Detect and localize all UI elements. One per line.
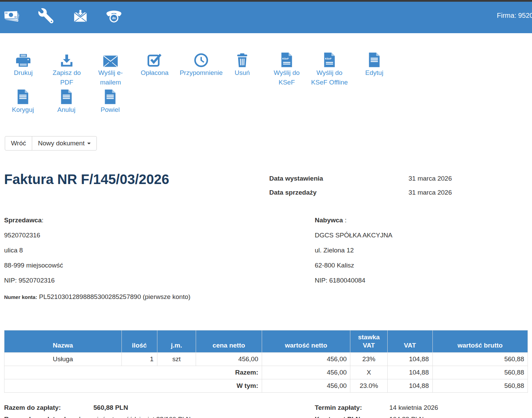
document-icon — [368, 51, 380, 67]
toolbar-button-przypomnienie[interactable]: Przypomnienie — [174, 51, 229, 78]
total-due-label: Razem do zapłaty: — [4, 403, 93, 412]
total-words-label: Razem do zapłaty słownie: — [4, 415, 93, 418]
col-stawka-vat: stawka VAT — [350, 330, 388, 353]
download-icon — [60, 51, 74, 67]
document-icon — [17, 88, 29, 104]
breakdown-label: W tym: — [4, 379, 262, 393]
toolbar-button-oplacona[interactable]: Opłacona — [132, 51, 177, 78]
breakdown-wartosc-netto: 456,00 — [262, 379, 350, 393]
toolbar-label: Wyślij do KSeF — [268, 68, 306, 87]
svg-text:KSeF: KSeF — [325, 57, 332, 60]
trash-icon — [236, 51, 248, 67]
document-icon — [60, 88, 73, 104]
svg-text:50: 50 — [14, 16, 17, 18]
item-wartosc-brutto: 560,88 — [432, 353, 528, 366]
total-row: Razem: 456,00 X 104,88 560,88 — [4, 366, 528, 379]
total-vat: 104,88 — [387, 366, 432, 379]
total-label: Razem: — [4, 366, 262, 379]
issue-date-label: Data wystawienia — [269, 174, 408, 183]
buyer-nip: NIP: 6180040084 — [315, 276, 527, 285]
firma-label: Firma: 9520 — [497, 12, 532, 19]
toolbar-label: Usuń — [235, 68, 250, 78]
toolbar-label: Zapisz do PDF — [48, 68, 86, 87]
toolbar-button-anuluj[interactable]: Anuluj — [48, 88, 85, 115]
toolbar-button-drukuj[interactable]: Drukuj — [3, 51, 44, 78]
printer-icon — [15, 51, 31, 67]
buyer-label: Nabywca : — [315, 216, 527, 225]
toolbar-label: Wyślij e-mailem — [92, 68, 129, 87]
sale-date-label: Data sprzedaży — [269, 188, 408, 197]
toolbar-button-wyslij-do-ksef[interactable]: KSeF Wyślij do KSeF — [268, 51, 306, 87]
due-date-row: Termin zapłaty: 14 kwietnia 2026 — [315, 403, 438, 412]
toolbar-label: Koryguj — [12, 105, 34, 115]
total-due-row: Razem do zapłaty: 560,88 PLN — [4, 403, 128, 412]
toolbar-button-koryguj[interactable]: Koryguj — [4, 88, 42, 115]
due-date-value: 14 kwietnia 2026 — [389, 403, 438, 412]
caret-down-icon — [87, 143, 91, 144]
seller-city: 88-999 miejsocowść — [4, 261, 203, 270]
check-square-icon — [147, 51, 162, 67]
col-jm: j.m. — [157, 330, 196, 353]
breakdown-stawka-vat: 23.0% — [350, 379, 388, 393]
back-button[interactable]: Wróć — [5, 136, 32, 151]
toolbar-button-usun[interactable]: Usuń — [225, 51, 259, 78]
buyer-street: ul. Zielona 12 — [315, 246, 527, 255]
item-vat: 104,88 — [387, 353, 432, 366]
toolbar-button-edytuj[interactable]: Edytuj — [357, 51, 391, 78]
item-ilosc: 1 — [121, 353, 157, 366]
breakdown-vat: 104,88 — [387, 379, 432, 393]
items-table: Nazwa ilość j.m. cena netto wartość nett… — [4, 330, 528, 393]
new-document-label: Nowy dokument — [38, 140, 85, 147]
total-words-value: pięćset sześćdziesiąt 88/100 PLN — [93, 415, 191, 418]
document-icon — [104, 88, 116, 104]
col-nazwa: Nazwa — [4, 330, 122, 353]
toolbar-button-wyslij-emailem[interactable]: Wyślij e-mailem — [92, 51, 129, 87]
toolbar-label: Drukuj — [14, 68, 33, 78]
buyer-name: DGCS SPÓŁKA AKCYJNA — [315, 231, 527, 240]
col-ilosc: ilość — [121, 330, 157, 353]
total-wartosc-netto: 456,00 — [262, 366, 350, 379]
ksef-file-icon: KSeF — [281, 51, 293, 67]
item-nazwa: Usługa — [4, 353, 122, 366]
seller-section: Sprzedawca: 9520702316 ulica 8 88-999 mi… — [4, 216, 203, 303]
phone-dn-icon[interactable]: dn — [105, 9, 122, 23]
banknotes-icon[interactable]: 50 50 — [3, 8, 21, 23]
item-row: Usługa 1 szt 456,00 456,00 23% 104,88 56… — [4, 353, 528, 366]
toolbar-button-powiel[interactable]: Powiel — [91, 88, 129, 115]
issue-date-row: Data wystawienia 31 marca 2026 — [269, 174, 529, 183]
item-cena-netto: 456,00 — [196, 353, 262, 366]
sale-date-value: 31 marca 2026 — [408, 188, 452, 197]
mail-download-icon[interactable] — [73, 9, 88, 23]
toolbar-label: Opłacona — [141, 68, 168, 78]
table-header-row: Nazwa ilość j.m. cena netto wartość nett… — [4, 330, 528, 353]
seller-street: ulica 8 — [4, 246, 203, 255]
col-wartosc-netto: wartość netto — [262, 330, 350, 353]
clock-icon — [194, 51, 208, 67]
item-wartosc-netto: 456,00 — [262, 353, 350, 366]
col-cena-netto: cena netto — [196, 330, 262, 353]
top-strip — [0, 0, 532, 2]
seller-nip: NIP: 9520702316 — [4, 276, 203, 285]
total-words-row: Razem do zapłaty słownie: pięćset sześćd… — [4, 415, 191, 418]
toolbar-button-zapisz-do-pdf[interactable]: Zapisz do PDF — [48, 51, 86, 87]
bank-account-label: Numer konta: — [4, 294, 37, 300]
svg-text:50: 50 — [5, 12, 8, 14]
item-stawka-vat: 23% — [350, 353, 388, 366]
wrench-icon[interactable] — [38, 8, 53, 23]
sale-date-row: Data sprzedaży 31 marca 2026 — [269, 188, 529, 197]
vat-amount-label: Kwota vat PLN: — [315, 415, 389, 418]
seller-label: Sprzedawca: — [4, 216, 203, 225]
toolbar-label: Edytuj — [365, 68, 384, 78]
issue-date-value: 31 marca 2026 — [408, 174, 452, 183]
ksef-file-icon: KSeF — [323, 51, 336, 67]
total-due-value: 560,88 PLN — [93, 403, 128, 412]
topbar: 50 50 dn Firma: 9520 — [0, 0, 532, 33]
buyer-city: 62-800 Kalisz — [315, 261, 527, 270]
seller-name: 9520702316 — [4, 231, 203, 240]
bank-account-line: Numer konta: PL5210301289888530028525789… — [4, 291, 203, 303]
total-wartosc-brutto: 560,88 — [432, 366, 528, 379]
toolbar-button-wyslij-do-ksef-offline[interactable]: KSeF Wyślij do KSeF Offline — [309, 51, 350, 87]
svg-text:dn: dn — [112, 16, 116, 20]
new-document-button[interactable]: Nowy dokument — [32, 136, 97, 151]
svg-text:KSeF: KSeF — [282, 57, 289, 60]
